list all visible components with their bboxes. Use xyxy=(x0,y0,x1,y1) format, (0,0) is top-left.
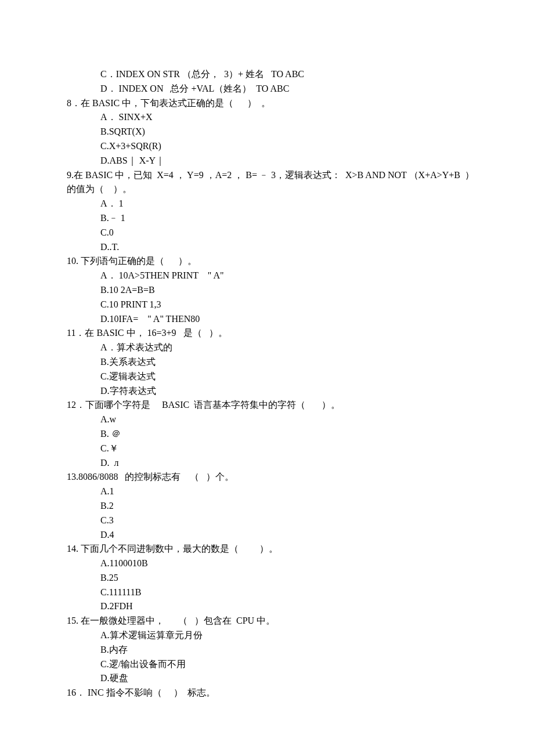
q10-option-d: D.10IFA= " A" THEN80 xyxy=(0,312,534,327)
prev-option-d: D． INDEX ON 总分 +VAL（姓名） TO ABC xyxy=(0,82,534,96)
q14-option-b: B.25 xyxy=(0,571,534,585)
q13-option-d: D.4 xyxy=(0,528,534,542)
q10-option-a: A． 10A>5THEN PRINT " A" xyxy=(0,269,534,283)
q14-option-a: A.1100010B xyxy=(0,556,534,571)
q11-option-c: C.逻辑表达式 xyxy=(0,370,534,384)
q12-option-d: D. л xyxy=(0,456,534,471)
q16-stem: 16． INC 指令不影响（ ） 标志。 xyxy=(0,686,534,700)
q11-stem: 11．在 BASIC 中， 16=3+9 是（ ）。 xyxy=(0,326,534,341)
q12-option-b: B. ＠ xyxy=(0,427,534,442)
q15-option-c: C.逻/输出设备而不用 xyxy=(0,657,534,672)
q9-option-a: A． 1 xyxy=(0,197,534,211)
q12-option-a: A.w xyxy=(0,413,534,427)
q11-option-b: B.关系表达式 xyxy=(0,355,534,370)
q15-option-b: B.内存 xyxy=(0,643,534,657)
q15-option-a: A.算术逻辑运算章元月份 xyxy=(0,628,534,643)
q15-option-d: D.硬盘 xyxy=(0,671,534,686)
q11-option-a: A．算术表达式的 xyxy=(0,341,534,355)
q14-stem: 14. 下面几个不同进制数中，最大的数是（ ）。 xyxy=(0,542,534,556)
prev-option-c: C．INDEX ON STR （总分， 3）+ 姓名 TO ABC xyxy=(0,67,534,82)
q11-option-d: D.字符表达式 xyxy=(0,384,534,399)
q14-option-d: D.2FDH xyxy=(0,599,534,614)
q10-option-c: C.10 PRINT 1,3 xyxy=(0,298,534,312)
q9-option-d: D..T. xyxy=(0,240,534,255)
q14-option-c: C.111111B xyxy=(0,585,534,600)
q9-option-b: B.﹣ 1 xyxy=(0,211,534,226)
q15-stem: 15. 在一般微处理器中， （ ）包含在 CPU 中。 xyxy=(0,614,534,628)
q8-option-d: D.ABS｜ X-Y｜ xyxy=(0,154,534,168)
q8-option-b: B.SQRT(X) xyxy=(0,125,534,139)
q13-option-b: B.2 xyxy=(0,499,534,513)
q12-stem: 12．下面哪个字符是 BASIC 语言基本字符集中的字符（ ）。 xyxy=(0,398,534,413)
q10-stem: 10. 下列语句正确的是（ ）。 xyxy=(0,254,534,269)
q12-option-c: C.￥ xyxy=(0,442,534,456)
q13-stem: 13.8086/8088 的控制标志有 （ ）个。 xyxy=(0,470,534,484)
document-page: C．INDEX ON STR （总分， 3）+ 姓名 TO ABC D． IND… xyxy=(0,0,534,756)
q8-option-a: A． SINX+X xyxy=(0,110,534,125)
q13-option-c: C.3 xyxy=(0,513,534,528)
q8-stem: 8．在 BASIC 中，下旬表达式正确的是（ ） 。 xyxy=(0,96,534,111)
q9-option-c: C.0 xyxy=(0,226,534,240)
q10-option-b: B.10 2A=B=B xyxy=(0,283,534,298)
q13-option-a: A.1 xyxy=(0,484,534,499)
q9-stem-line1: 9.在 BASIC 中，已知 X=4 ， Y=9 ，A=2 ， B= ﹣ 3，逻… xyxy=(0,168,534,183)
q9-stem-line2: 的值为（ ）。 xyxy=(0,182,534,197)
q8-option-c: C.X+3+SQR(R) xyxy=(0,139,534,154)
